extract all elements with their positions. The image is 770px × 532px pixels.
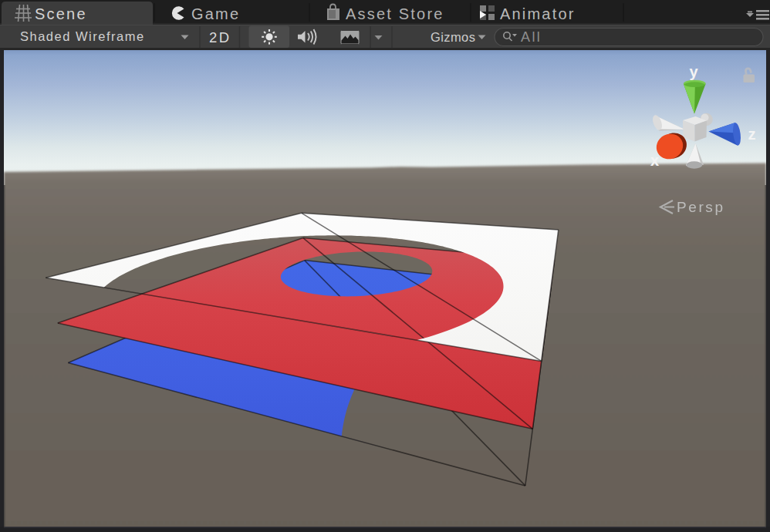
svg-text:x: x bbox=[650, 152, 659, 169]
svg-text:z: z bbox=[748, 126, 756, 143]
svg-text:All: All bbox=[521, 29, 542, 45]
svg-text:Gizmos: Gizmos bbox=[431, 30, 475, 44]
svg-text:Persp: Persp bbox=[677, 199, 725, 215]
svg-text:y: y bbox=[690, 63, 699, 80]
svg-text:Shaded Wireframe: Shaded Wireframe bbox=[20, 29, 145, 43]
svg-text:Asset Store: Asset Store bbox=[346, 5, 444, 22]
svg-text:2D: 2D bbox=[209, 29, 231, 45]
svg-text:Scene: Scene bbox=[35, 5, 87, 22]
svg-text:Animator: Animator bbox=[500, 5, 576, 22]
svg-text:Game: Game bbox=[191, 5, 240, 22]
